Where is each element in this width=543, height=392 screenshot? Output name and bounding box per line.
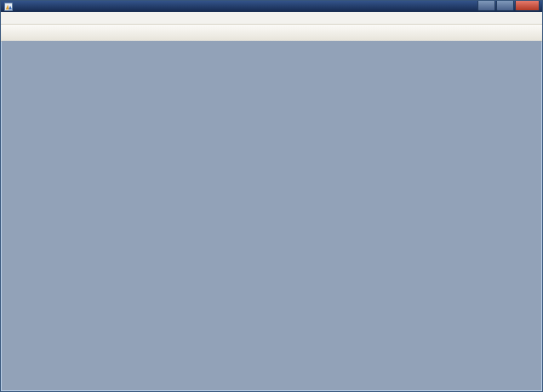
minimize-button[interactable]: [477, 1, 495, 11]
menu-analyzer[interactable]: [14, 17, 24, 19]
toolbar: [1, 25, 542, 42]
mdi-workspace: [2, 41, 541, 390]
app-logo-icon: [4, 3, 13, 11]
menu-processing[interactable]: [34, 17, 44, 19]
menu-help[interactable]: [54, 17, 65, 19]
menubar: [1, 12, 542, 25]
main-titlebar[interactable]: [1, 1, 542, 12]
menu-options[interactable]: [24, 17, 34, 19]
spectraline-app: [0, 0, 543, 392]
menu-file[interactable]: [3, 17, 14, 19]
close-button[interactable]: [515, 1, 540, 11]
main-window-controls: [477, 1, 540, 11]
maximize-button[interactable]: [496, 1, 514, 11]
menu-windows[interactable]: [44, 17, 54, 19]
